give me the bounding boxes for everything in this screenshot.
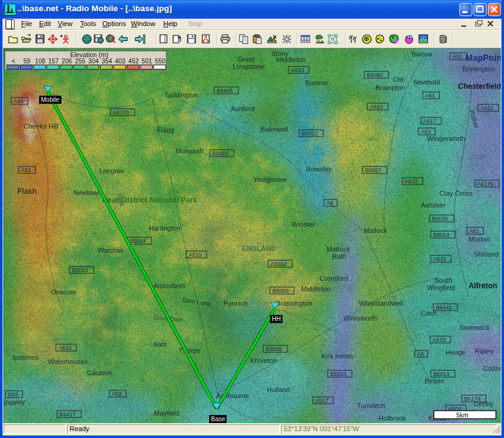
svg-text:Winster: Winster (292, 221, 315, 228)
svg-text:Flash: Flash (17, 187, 37, 196)
svg-text:A632: A632 (480, 105, 493, 111)
svg-text:Ashford: Ashford (231, 105, 254, 112)
svg-text:A515: A515 (189, 252, 202, 258)
svg-text:452: 452 (128, 58, 139, 65)
svg-text:Matlock: Matlock (326, 245, 350, 253)
svg-text:Wirksworth: Wirksworth (343, 314, 377, 322)
svg-text:Kingsley: Kingsley (3, 398, 25, 406)
svg-text:A61: A61 (452, 53, 462, 60)
svg-text:Wingfield: Wingfield (427, 284, 455, 291)
svg-text:Barlow: Barlow (412, 50, 433, 58)
svg-text:Morton: Morton (469, 235, 490, 243)
svg-text:A52: A52 (112, 391, 122, 397)
svg-text:550: 550 (155, 58, 166, 65)
svg-text:Hartington: Hartington (149, 224, 181, 232)
svg-text:Alstonfield: Alstonfield (153, 282, 185, 290)
svg-text:59: 59 (24, 58, 31, 65)
svg-text:Brassington: Brassington (276, 299, 312, 307)
svg-text:Taddington: Taddington (164, 91, 198, 99)
svg-text:Monyash: Monyash (176, 147, 204, 155)
svg-text:Onecote: Onecote (51, 288, 77, 296)
svg-text:255: 255 (75, 58, 86, 65)
svg-text:B6465: B6465 (217, 88, 233, 94)
svg-text:B6012: B6012 (302, 130, 318, 137)
svg-text:A5012: A5012 (271, 261, 287, 267)
svg-text:Longnor: Longnor (99, 167, 125, 175)
svg-text:Flagg: Flagg (157, 126, 174, 134)
svg-text:A54: A54 (14, 98, 24, 104)
svg-text:Bath: Bath (332, 253, 346, 260)
svg-text:Ripley: Ripley (475, 347, 494, 355)
svg-text:Cromford: Cromford (320, 275, 348, 282)
svg-text:A6: A6 (417, 351, 424, 357)
svg-text:B5023: B5023 (330, 371, 346, 377)
svg-text:HH: HH (272, 316, 281, 322)
svg-text:A517: A517 (315, 398, 328, 404)
svg-text:ENGLAND: ENGLAND (242, 245, 276, 252)
svg-text:Ashover: Ashover (421, 201, 446, 209)
svg-text:Belper: Belper (425, 377, 444, 385)
svg-text:Longstone: Longstone (233, 63, 264, 70)
svg-text:A623: A623 (291, 67, 304, 73)
svg-text:A61: A61 (421, 129, 431, 135)
svg-text:Newbold: Newbold (413, 78, 440, 86)
svg-text:501: 501 (142, 58, 152, 65)
svg-text:Kniveton: Kniveton (250, 357, 277, 364)
svg-text:108: 108 (35, 58, 45, 65)
svg-text:Alfreton: Alfreton (469, 281, 497, 290)
svg-text:Clay Cross: Clay Cross (439, 189, 473, 197)
svg-text:Kirk Ireton: Kirk Ireton (322, 352, 353, 360)
svg-text:B6036: B6036 (432, 216, 448, 222)
svg-text:A610: A610 (433, 337, 446, 343)
svg-text:Wingerworth: Wingerworth (427, 135, 466, 142)
svg-text:Middleton: Middleton (276, 56, 306, 63)
svg-text:Cauldon: Cauldon (87, 369, 112, 376)
svg-text:Warslow: Warslow (97, 247, 124, 254)
svg-text:B5054: B5054 (130, 238, 146, 244)
svg-text:MapPoint: MapPoint (466, 53, 501, 63)
svg-text:Great: Great (238, 55, 255, 63)
svg-text:A53: A53 (21, 167, 31, 173)
svg-text:Swanwick: Swanwick (459, 324, 490, 331)
svg-text:B5035: B5035 (266, 346, 282, 352)
svg-text:A619: A619 (370, 104, 383, 110)
svg-text:B5055: B5055 (212, 150, 228, 157)
svg-text:A6: A6 (326, 200, 333, 206)
svg-text:Matlock: Matlock (364, 227, 387, 234)
svg-text:Whatstandwell: Whatstandwell (359, 299, 403, 307)
svg-text:Holbrook: Holbrook (379, 414, 407, 422)
svg-text:206: 206 (61, 58, 72, 65)
svg-text:A6175: A6175 (477, 181, 493, 187)
svg-text:B6179: B6179 (464, 396, 480, 402)
svg-text:Base: Base (211, 416, 225, 422)
svg-text:Middleton: Middleton (301, 285, 331, 293)
svg-text:Chesterfield: Chesterfield (458, 82, 501, 91)
svg-text:Youlgreave: Youlgreave (253, 176, 287, 183)
svg-text:Parwich: Parwich (223, 299, 248, 307)
svg-text:A61: A61 (469, 228, 479, 234)
svg-text:A6270: A6270 (113, 109, 129, 116)
svg-text:Cheeks Hill: Cheeks Hill (24, 122, 58, 130)
svg-text:A617: A617 (423, 118, 436, 124)
svg-text:Ilam: Ilam (154, 340, 167, 348)
svg-text:B5057: B5057 (365, 167, 381, 173)
svg-text:B5053: B5053 (72, 267, 88, 273)
svg-text:B6013: B6013 (433, 371, 449, 377)
svg-text:Codnor: Codnor (483, 365, 501, 372)
svg-text:B6050: B6050 (367, 72, 383, 78)
svg-text:A61: A61 (425, 93, 435, 99)
svg-text:A615: A615 (433, 256, 446, 262)
svg-text:Rowsley: Rowsley (306, 165, 332, 173)
svg-text:Peak District National Park: Peak District National Park (102, 196, 197, 204)
svg-text:Brampton: Brampton (376, 84, 405, 91)
svg-text:B53: B53 (8, 391, 18, 398)
svg-text:A523: A523 (58, 345, 71, 351)
svg-text:B6014: B6014 (433, 232, 449, 238)
svg-text:Brimington: Brimington (462, 65, 495, 73)
svg-text:Heage: Heage (446, 349, 466, 356)
svg-text:Ipstones: Ipstones (12, 354, 38, 361)
svg-text:Newtown: Newtown (73, 189, 101, 196)
svg-text:B5417: B5417 (60, 411, 76, 417)
svg-text:Thorpe: Thorpe (179, 347, 200, 354)
svg-text:403: 403 (115, 58, 125, 65)
